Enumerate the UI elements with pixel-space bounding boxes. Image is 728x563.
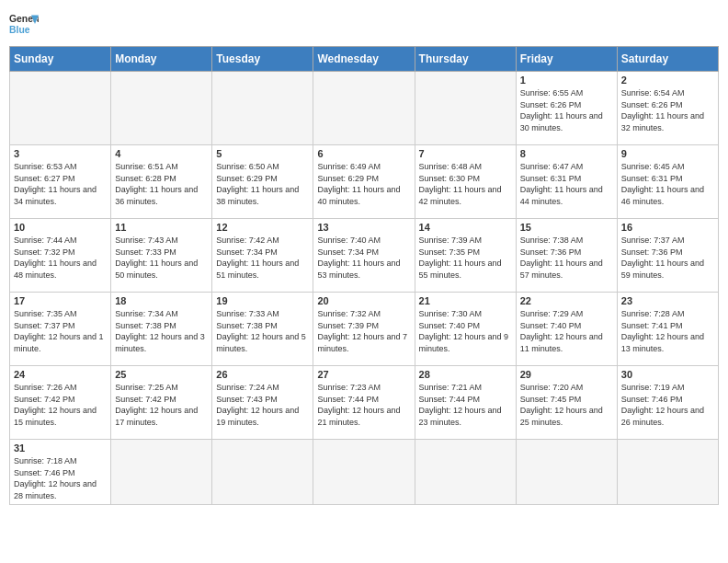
day-info: Sunrise: 6:45 AMSunset: 6:31 PMDaylight:… <box>621 161 714 207</box>
calendar-cell: 23Sunrise: 7:28 AMSunset: 7:41 PMDayligh… <box>617 293 718 366</box>
day-number: 2 <box>621 75 714 86</box>
calendar-cell: 5Sunrise: 6:50 AMSunset: 6:29 PMDaylight… <box>212 145 313 219</box>
day-info: Sunrise: 7:20 AMSunset: 7:45 PMDaylight:… <box>520 382 613 428</box>
weekday-header-wednesday: Wednesday <box>313 47 415 72</box>
day-number: 20 <box>317 295 410 306</box>
day-info: Sunrise: 7:23 AMSunset: 7:44 PMDaylight:… <box>317 382 410 428</box>
day-number: 9 <box>621 148 714 159</box>
day-info: Sunrise: 7:38 AMSunset: 7:36 PMDaylight:… <box>520 235 613 281</box>
day-number: 6 <box>317 148 410 159</box>
day-number: 15 <box>520 222 613 233</box>
calendar-cell: 18Sunrise: 7:34 AMSunset: 7:38 PMDayligh… <box>111 293 212 366</box>
calendar-cell <box>111 440 212 505</box>
day-info: Sunrise: 7:19 AMSunset: 7:46 PMDaylight:… <box>621 382 714 428</box>
weekday-header-monday: Monday <box>111 47 212 72</box>
calendar-cell: 20Sunrise: 7:32 AMSunset: 7:39 PMDayligh… <box>313 293 415 366</box>
page-header: General Blue <box>9 9 719 39</box>
calendar-cell: 9Sunrise: 6:45 AMSunset: 6:31 PMDaylight… <box>617 145 718 219</box>
calendar-cell: 16Sunrise: 7:37 AMSunset: 7:36 PMDayligh… <box>617 219 718 293</box>
day-number: 4 <box>115 148 208 159</box>
calendar-cell: 27Sunrise: 7:23 AMSunset: 7:44 PMDayligh… <box>313 366 415 440</box>
day-number: 30 <box>621 369 714 380</box>
day-number: 5 <box>216 148 309 159</box>
calendar-cell: 1Sunrise: 6:55 AMSunset: 6:26 PMDaylight… <box>516 72 617 145</box>
calendar-cell: 24Sunrise: 7:26 AMSunset: 7:42 PMDayligh… <box>10 366 111 440</box>
day-number: 28 <box>419 369 512 380</box>
day-info: Sunrise: 6:48 AMSunset: 6:30 PMDaylight:… <box>419 161 512 207</box>
day-number: 21 <box>419 295 512 306</box>
calendar-cell <box>111 72 212 145</box>
day-number: 12 <box>216 222 309 233</box>
day-info: Sunrise: 7:32 AMSunset: 7:39 PMDaylight:… <box>317 308 410 354</box>
day-number: 18 <box>115 295 208 306</box>
calendar-cell: 15Sunrise: 7:38 AMSunset: 7:36 PMDayligh… <box>516 219 617 293</box>
day-info: Sunrise: 7:39 AMSunset: 7:35 PMDaylight:… <box>419 235 512 281</box>
weekday-header-saturday: Saturday <box>617 47 718 72</box>
calendar-cell: 21Sunrise: 7:30 AMSunset: 7:40 PMDayligh… <box>415 293 516 366</box>
calendar-cell <box>313 440 415 505</box>
day-info: Sunrise: 7:26 AMSunset: 7:42 PMDaylight:… <box>14 382 107 428</box>
day-info: Sunrise: 7:35 AMSunset: 7:37 PMDaylight:… <box>14 308 107 354</box>
day-number: 3 <box>14 148 107 159</box>
day-number: 23 <box>621 295 714 306</box>
calendar-cell <box>415 72 516 145</box>
calendar-cell: 12Sunrise: 7:42 AMSunset: 7:34 PMDayligh… <box>212 219 313 293</box>
day-number: 1 <box>520 75 613 86</box>
calendar-cell: 4Sunrise: 6:51 AMSunset: 6:28 PMDaylight… <box>111 145 212 219</box>
day-number: 26 <box>216 369 309 380</box>
day-number: 13 <box>317 222 410 233</box>
calendar-cell: 31Sunrise: 7:18 AMSunset: 7:46 PMDayligh… <box>10 440 111 505</box>
calendar-cell <box>10 72 111 145</box>
day-number: 8 <box>520 148 613 159</box>
calendar-cell: 28Sunrise: 7:21 AMSunset: 7:44 PMDayligh… <box>415 366 516 440</box>
calendar-table: SundayMondayTuesdayWednesdayThursdayFrid… <box>9 46 719 505</box>
day-info: Sunrise: 6:47 AMSunset: 6:31 PMDaylight:… <box>520 161 613 207</box>
calendar-cell <box>212 440 313 505</box>
day-number: 17 <box>14 295 107 306</box>
day-info: Sunrise: 7:33 AMSunset: 7:38 PMDaylight:… <box>216 308 309 354</box>
day-info: Sunrise: 7:18 AMSunset: 7:46 PMDaylight:… <box>14 455 107 501</box>
calendar-cell: 11Sunrise: 7:43 AMSunset: 7:33 PMDayligh… <box>111 219 212 293</box>
day-info: Sunrise: 7:28 AMSunset: 7:41 PMDaylight:… <box>621 308 714 354</box>
calendar-cell: 26Sunrise: 7:24 AMSunset: 7:43 PMDayligh… <box>212 366 313 440</box>
weekday-header-thursday: Thursday <box>415 47 516 72</box>
calendar-cell: 10Sunrise: 7:44 AMSunset: 7:32 PMDayligh… <box>10 219 111 293</box>
day-info: Sunrise: 7:44 AMSunset: 7:32 PMDaylight:… <box>14 235 107 281</box>
day-number: 24 <box>14 369 107 380</box>
calendar-cell: 13Sunrise: 7:40 AMSunset: 7:34 PMDayligh… <box>313 219 415 293</box>
day-number: 10 <box>14 222 107 233</box>
weekday-header-sunday: Sunday <box>10 47 111 72</box>
day-number: 14 <box>419 222 512 233</box>
calendar-cell <box>313 72 415 145</box>
calendar-cell <box>617 440 718 505</box>
weekday-header-tuesday: Tuesday <box>212 47 313 72</box>
calendar-cell: 14Sunrise: 7:39 AMSunset: 7:35 PMDayligh… <box>415 219 516 293</box>
calendar-cell <box>212 72 313 145</box>
day-info: Sunrise: 6:51 AMSunset: 6:28 PMDaylight:… <box>115 161 208 207</box>
calendar-cell: 2Sunrise: 6:54 AMSunset: 6:26 PMDaylight… <box>617 72 718 145</box>
day-number: 25 <box>115 369 208 380</box>
day-number: 11 <box>115 222 208 233</box>
calendar-cell <box>516 440 617 505</box>
calendar-cell: 25Sunrise: 7:25 AMSunset: 7:42 PMDayligh… <box>111 366 212 440</box>
calendar-cell: 3Sunrise: 6:53 AMSunset: 6:27 PMDaylight… <box>10 145 111 219</box>
day-info: Sunrise: 7:25 AMSunset: 7:42 PMDaylight:… <box>115 382 208 428</box>
day-info: Sunrise: 6:53 AMSunset: 6:27 PMDaylight:… <box>14 161 107 207</box>
calendar-cell: 6Sunrise: 6:49 AMSunset: 6:29 PMDaylight… <box>313 145 415 219</box>
logo: General Blue <box>9 9 39 39</box>
day-info: Sunrise: 6:49 AMSunset: 6:29 PMDaylight:… <box>317 161 410 207</box>
calendar-cell: 17Sunrise: 7:35 AMSunset: 7:37 PMDayligh… <box>10 293 111 366</box>
day-number: 7 <box>419 148 512 159</box>
day-info: Sunrise: 6:55 AMSunset: 6:26 PMDaylight:… <box>520 87 613 133</box>
day-info: Sunrise: 6:50 AMSunset: 6:29 PMDaylight:… <box>216 161 309 207</box>
day-info: Sunrise: 7:21 AMSunset: 7:44 PMDaylight:… <box>419 382 512 428</box>
calendar-cell: 22Sunrise: 7:29 AMSunset: 7:40 PMDayligh… <box>516 293 617 366</box>
calendar-cell: 7Sunrise: 6:48 AMSunset: 6:30 PMDaylight… <box>415 145 516 219</box>
day-number: 16 <box>621 222 714 233</box>
day-info: Sunrise: 7:30 AMSunset: 7:40 PMDaylight:… <box>419 308 512 354</box>
calendar-cell: 8Sunrise: 6:47 AMSunset: 6:31 PMDaylight… <box>516 145 617 219</box>
day-number: 19 <box>216 295 309 306</box>
calendar-cell: 29Sunrise: 7:20 AMSunset: 7:45 PMDayligh… <box>516 366 617 440</box>
svg-text:Blue: Blue <box>9 25 30 35</box>
calendar-cell: 30Sunrise: 7:19 AMSunset: 7:46 PMDayligh… <box>617 366 718 440</box>
